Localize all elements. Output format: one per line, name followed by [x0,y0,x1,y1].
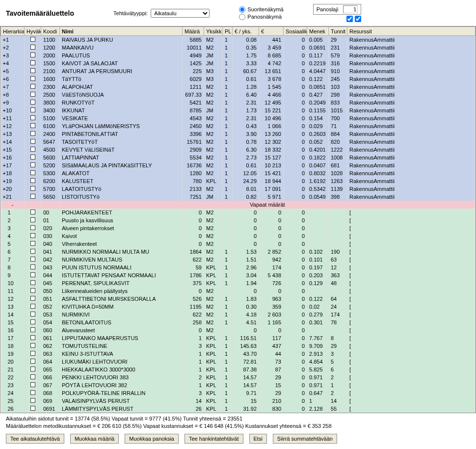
approve-checkbox[interactable] [30,147,35,152]
col-hyvak[interactable]: Hyväk [25,27,41,36]
approve-checkbox[interactable] [30,327,35,332]
table-row[interactable]: 12051ASFALTTIBETONI MURSKESORALLA526M211… [1,295,476,303]
col-sosiaalik[interactable]: Sosiaaliku [284,27,307,36]
table-row[interactable]: 9044ISTUTETTAVAT PENSAAT NORMAALI1786KPL… [1,271,476,279]
col-menek[interactable]: Menek [307,27,329,36]
approve-checkbox[interactable] [30,233,35,238]
approve-checkbox[interactable] [30,312,35,317]
radio-panos[interactable]: Panosnäkymä [239,14,283,20]
table-row[interactable]: 11050Liikennealueiden päällystys0M2000[ [1,287,476,295]
approve-checkbox[interactable] [30,178,35,183]
approve-checkbox[interactable] [30,170,35,175]
approve-checkbox[interactable] [30,155,35,159]
table-row[interactable]: 8043PUUN ISTUTUS NORMAALI59KPL12.9617400… [1,264,476,271]
approve-checkbox[interactable] [30,406,35,411]
approve-checkbox[interactable] [30,272,35,277]
radio-suorite[interactable]: Suoritenäkymä [239,6,283,13]
table-row[interactable]: 21065HIEKKALAATIKKO 3000*30001KPL187.388… [1,366,476,373]
col-e[interactable]: € [259,27,284,36]
btn-hankinta[interactable]: Tee hankintatehtävät [185,434,243,444]
approve-checkbox[interactable] [30,296,35,301]
table-row[interactable]: 14053NURMIKIVI622M214.182 60300.279174[ [1,311,476,318]
approve-checkbox[interactable] [30,115,35,120]
main-table[interactable]: Hierarkia Hyväk Koodi Nimi Määrä Yksikk … [0,26,476,413]
table-row[interactable]: 15054BETONILAATOITUS258M214.511 16500.30… [1,318,476,326]
table-row[interactable]: +154500KEVYET VäLISEINäT2909M216.3018 33… [1,146,476,154]
approve-checkbox[interactable] [30,210,35,214]
vapaat-maarat-row[interactable]: -Vapaat määrät [1,201,476,209]
table-row[interactable]: +52100ANTURAT JA PERUSMUURI225M3160.6713… [1,67,476,75]
approve-checkbox[interactable] [30,398,35,403]
table-row[interactable]: +82500VäESTöNSUOJA697.33M216.404 46600.4… [1,91,476,99]
table-row[interactable]: +61600TäYTTö6029M310.613 67800.122245Rak… [1,75,476,83]
col-maara[interactable]: Määrä [183,27,204,36]
approve-checkbox[interactable] [30,194,35,199]
table-row[interactable]: 22066PENKKI LEHTOVUORI 3832KPL114.572900… [1,373,476,381]
table-row[interactable]: +185300ALAKATOT1280M2112.0515 42100.8032… [1,169,476,177]
col-koodi[interactable]: Koodi [41,27,60,36]
col-tunnit[interactable]: Tunnit [329,27,347,36]
table-row[interactable]: 13052KIVITUHKA D=50MM1195M210.3035900.02… [1,303,476,311]
approve-checkbox[interactable] [30,37,35,42]
approve-checkbox[interactable] [30,257,35,262]
table-row[interactable]: +126100YLäPOHJAN LäMMöNERISTYS2450M210.4… [1,122,476,130]
approve-checkbox[interactable] [30,374,35,379]
table-row[interactable]: +145647TASOITETYöT15761M210.7812 30200.0… [1,138,476,146]
table-row[interactable]: +41500KAIVOT JA SALAOJAT1425JM13.334 742… [1,59,476,67]
table-row[interactable]: 6041NURMIKKO NORMAALI MULTA MU1864M211.5… [1,248,476,256]
table-row[interactable]: 3020Alueen pintakerrokset0M2000[ [1,224,476,232]
approve-checkbox[interactable] [30,45,35,50]
table-row[interactable]: 17061LIPPUTANKO MAAPERUSTUS1KPL1116.5111… [1,334,476,342]
approve-checkbox[interactable] [30,123,35,128]
table-row[interactable]: 260691LÄMMITYSPYLVÄS PERUST26KPL131.9283… [1,405,476,413]
approve-checkbox[interactable] [30,217,35,222]
task-type-select[interactable]: Aikataulu [151,9,210,18]
table-row[interactable]: +93800RUNKOTYöT5421M212.3112 49500.20498… [1,99,476,106]
approve-checkbox[interactable] [30,335,35,340]
table-row[interactable]: +115100VESIKATE4543M212.3110 49600.15470… [1,114,476,122]
approve-checkbox[interactable] [30,92,35,97]
table-row[interactable]: +11100RAIVAUS JA PURKU5885M210.0844100.0… [1,36,476,44]
approve-checkbox[interactable] [30,84,35,89]
approve-checkbox[interactable] [30,288,35,293]
table-row[interactable]: 201Puusto ja kasvillisuus0M2000[ [1,216,476,224]
approve-checkbox[interactable] [30,319,35,324]
table-row[interactable]: +196200KALUSTEET780KPL124.2918 94401.619… [1,177,476,185]
approve-checkbox[interactable] [30,351,35,356]
col-hierarkia[interactable]: Hierarkia [1,27,25,36]
approve-checkbox[interactable] [30,382,35,387]
table-row[interactable]: +205700LAATOITUSTYö2133M218.0117 09100.5… [1,185,476,193]
table-row[interactable]: +132400PINTABETONILATTIAT3396M213.9013 2… [1,130,476,138]
panoslaji-chk2[interactable] [355,16,361,22]
table-row[interactable]: +21200MAANKAIVU10011M210.353 45900.06912… [1,44,476,52]
approve-checkbox[interactable] [30,280,35,285]
table-row[interactable]: 7042NURMIKIVEN MULTAUS622M211.5194200.10… [1,256,476,264]
approve-checkbox[interactable] [30,249,35,254]
approve-checkbox[interactable] [30,139,35,144]
table-row[interactable]: +175200SISäMAALAUS JA PINTAKäSITTELY1673… [1,161,476,169]
table-row[interactable]: 23067PÖYTÄ LEHTOVUORI 3821KPL114.571500.… [1,381,476,389]
table-row[interactable]: 5040Viherrakenteet0M2000[ [1,240,476,248]
table-row[interactable]: +72300ALAPOHJAT1211M211.281 54500.085110… [1,83,476,91]
approve-checkbox[interactable] [30,100,35,105]
btn-muokkaa-panoksia[interactable]: Muokkaa panoksia [125,434,179,444]
btn-aikataulu[interactable]: Tee aikataulutehtävä [6,434,64,444]
table-row[interactable]: 10045PERENNAT, SIPULIKASVIT375KPL11.9472… [1,279,476,287]
approve-checkbox[interactable] [30,53,35,57]
table-row[interactable]: +103400IKKUNAT8785JM11.7315 22100.115510… [1,106,476,114]
col-nimi[interactable]: Nimi [60,27,183,36]
table-row[interactable]: 25069VALAISINPYLVÄS PERUST14KPL115210011… [1,397,476,405]
approve-checkbox[interactable] [30,68,35,73]
approve-checkbox[interactable] [30,131,35,136]
btn-etsi[interactable]: Etsi [249,434,267,444]
approve-checkbox[interactable] [30,76,35,81]
table-row[interactable]: 4030Kaivot0M2000[ [1,232,476,240]
col-resurssit[interactable]: Resurssit [347,27,476,36]
approve-checkbox[interactable] [30,241,35,246]
approve-checkbox[interactable] [30,264,35,269]
approve-checkbox[interactable] [30,162,35,167]
table-row[interactable]: +215650LISTOITUSTYö7251JM10.825 97100.05… [1,193,476,201]
col-yksikko[interactable]: Yksikk [204,27,223,36]
table-row[interactable]: 16060Aluevarusteet0M2000[ [1,326,476,334]
approve-checkbox[interactable] [30,107,35,112]
